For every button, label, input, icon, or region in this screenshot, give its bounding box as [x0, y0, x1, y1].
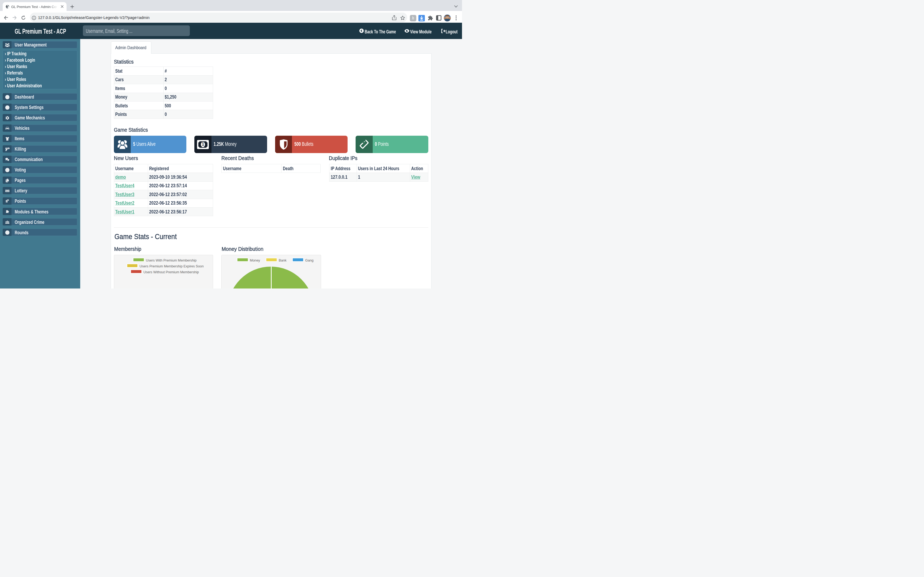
svg-text:1: 1: [202, 142, 204, 147]
